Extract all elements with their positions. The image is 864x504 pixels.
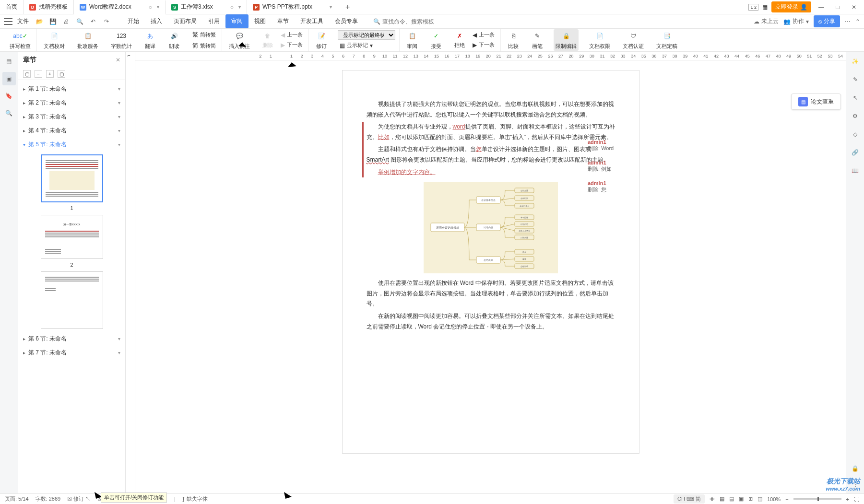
tab-sheet[interactable]: S 工作簿3.xlsx ○ ▾	[166, 0, 247, 14]
menu-search[interactable]: 🔍	[373, 18, 454, 25]
prev-comment-button[interactable]: ◀上一条	[279, 30, 305, 39]
chevron-down-icon[interactable]: ▾	[118, 100, 120, 105]
approval-button[interactable]: 📋批改服务	[75, 29, 100, 51]
bookmark-icon[interactable]: 🔖	[2, 89, 16, 103]
chevron-down-icon[interactable]: ▾	[118, 336, 120, 341]
document-page[interactable]: 视频提供了功能强大的方法帮助您证明您的观点。当您单击联机视频时，可以在想要添加的…	[342, 70, 639, 454]
track-button[interactable]: 📝修订	[314, 29, 329, 51]
tab-reference[interactable]: 引用	[202, 14, 225, 28]
tab-vip[interactable]: 会员专享	[329, 14, 364, 28]
tab-doc[interactable]: W Word教程2.docx ○ ▾	[74, 0, 166, 14]
word-count[interactable]: 字数: 2869	[36, 495, 61, 503]
search-icon[interactable]: 🔍	[2, 106, 16, 120]
delete-comment-button[interactable]: 🗑删除	[260, 30, 275, 50]
tool-1[interactable]: ▢	[23, 70, 31, 78]
tab-review[interactable]: 审阅	[225, 14, 249, 28]
more-icon[interactable]: ⋯	[845, 18, 851, 25]
revision-item[interactable]: admin1 删除: Word	[588, 139, 614, 152]
chapter-item[interactable]: ▸第 6 节: 未命名▾	[18, 332, 125, 346]
insert-comment-button[interactable]: 💬插入批注	[227, 29, 252, 51]
fit-icon[interactable]: ◫	[757, 496, 762, 502]
convert-button[interactable]: 繁简转繁	[190, 30, 218, 40]
select-icon[interactable]: ↖	[849, 91, 862, 105]
view-mode-3-icon[interactable]: ▣	[739, 496, 744, 502]
close-icon[interactable]: ▾	[238, 4, 241, 10]
preview-icon[interactable]: 🔍	[74, 16, 85, 27]
chapter-item[interactable]: ▸第 1 节: 未命名▾	[18, 82, 125, 96]
read-button[interactable]: 🔊朗读	[166, 29, 182, 51]
lock-icon[interactable]: 🔒	[849, 462, 862, 475]
restrict-button[interactable]: 🔒限制编辑	[554, 29, 579, 51]
link-icon[interactable]: 🔗	[849, 146, 862, 159]
grid-icon[interactable]: 1 2	[748, 4, 758, 11]
zoom-level[interactable]: 100%	[767, 496, 781, 502]
next-change-button[interactable]: ▶下一条	[471, 40, 497, 49]
review-pane-button[interactable]: 📋审阅	[404, 29, 420, 51]
ink-button[interactable]: ✎画笔	[530, 29, 545, 51]
outline-icon[interactable]: ▤	[2, 55, 16, 68]
chevron-down-icon[interactable]: ▾	[118, 142, 120, 147]
doc-final-button[interactable]: 📑文档定稿	[654, 29, 679, 51]
tab-insert[interactable]: 插入	[145, 14, 168, 28]
page-thumbnail-1[interactable]	[41, 154, 103, 202]
prev-change-button[interactable]: ◀上一条	[471, 30, 497, 39]
status-track[interactable]: ☒ 修订 ↖	[67, 495, 91, 503]
chapter-item[interactable]: ▾第 5 节: 未命名▾	[18, 138, 125, 152]
tab-dev[interactable]: 开发工具	[295, 14, 329, 28]
tool-3[interactable]: +	[46, 70, 54, 78]
tab-templates[interactable]: D 找稻壳模板	[24, 0, 74, 14]
pen-icon[interactable]: ✎	[849, 73, 862, 86]
close-icon[interactable]: ▾	[330, 4, 332, 10]
redo-icon[interactable]: ↷	[101, 16, 112, 27]
convert2-button[interactable]: 简繁转简	[190, 41, 218, 51]
reject-button[interactable]: ✗拒绝	[452, 30, 467, 50]
chevron-down-icon[interactable]: ▾	[118, 86, 120, 92]
chevron-down-icon[interactable]: ▾	[118, 128, 120, 133]
word-count-button[interactable]: 123字数统计	[109, 29, 134, 51]
chevron-down-icon[interactable]: ▾	[118, 114, 120, 119]
chevron-down-icon[interactable]: ▾	[118, 350, 120, 355]
page-indicator[interactable]: 页面: 5/14	[5, 495, 29, 503]
doc-auth-button[interactable]: 🛡文档认证	[621, 29, 646, 51]
accept-button[interactable]: ✓接受	[428, 29, 444, 51]
close-icon[interactable]: ▾	[157, 4, 159, 10]
doc-proof-button[interactable]: 📄文档校对	[42, 29, 67, 51]
doc-perm-button[interactable]: 📄文档权限	[587, 29, 612, 51]
paper-check-button[interactable]: ▤ 论文查重	[791, 94, 841, 110]
share-button[interactable]: ⎋ 分享	[814, 15, 840, 27]
tab-start[interactable]: 开始	[122, 14, 145, 28]
collab-button[interactable]: 👥 协作 ▾	[783, 17, 809, 25]
tab-chapter[interactable]: 章节	[272, 14, 295, 28]
login-button[interactable]: 立即登录 👤	[771, 1, 811, 12]
close-button[interactable]: ✕	[848, 1, 860, 13]
tool-icon[interactable]: ✨	[849, 55, 862, 68]
chapter-icon[interactable]: ▣	[2, 72, 16, 85]
translate-button[interactable]: あ翻译	[142, 29, 158, 51]
compare-button[interactable]: ⎘比较	[506, 29, 521, 51]
view-mode-4-icon[interactable]: ⊞	[748, 496, 753, 502]
chapter-item[interactable]: ▸第 7 节: 未命名▾	[18, 346, 125, 360]
collapse-icon[interactable]: ⌃	[855, 18, 860, 25]
chapter-item[interactable]: ▸第 2 节: 未命名▾	[18, 96, 125, 110]
print-icon[interactable]: 🖨	[60, 16, 72, 27]
horizontal-ruler[interactable]: 2112345678910111213141516171819202122232…	[135, 52, 846, 60]
revision-item[interactable]: admin1 删除: 例如	[588, 160, 614, 173]
revision-item[interactable]: admin1 删除: 您	[588, 180, 614, 193]
settings-icon[interactable]: ⚙	[849, 109, 862, 123]
tool-2[interactable]: −	[35, 70, 42, 78]
book-icon[interactable]: 📖	[849, 164, 862, 177]
fullscreen-icon[interactable]: ⛶	[854, 496, 859, 502]
tab-layout[interactable]: 页面布局	[168, 14, 202, 28]
ime-badge[interactable]: CH ⌨ 简	[674, 494, 705, 504]
show-marks-button[interactable]: ▦显示标记▾	[338, 41, 395, 50]
file-menu[interactable]: 文件	[14, 17, 32, 25]
tab-view[interactable]: 视图	[249, 14, 272, 28]
chapter-item[interactable]: ▸第 4 节: 未命名▾	[18, 124, 125, 138]
status-font[interactable]: Ṯ 缺失字体	[182, 495, 208, 503]
view-icon[interactable]: 👁	[710, 496, 715, 502]
cloud-button[interactable]: ☁ 未上云	[754, 17, 779, 25]
minimize-button[interactable]: —	[815, 1, 828, 13]
next-comment-button[interactable]: ▶下一条	[279, 40, 305, 49]
view-mode-2-icon[interactable]: ▤	[729, 496, 734, 502]
vertical-ruler[interactable]	[126, 52, 135, 493]
